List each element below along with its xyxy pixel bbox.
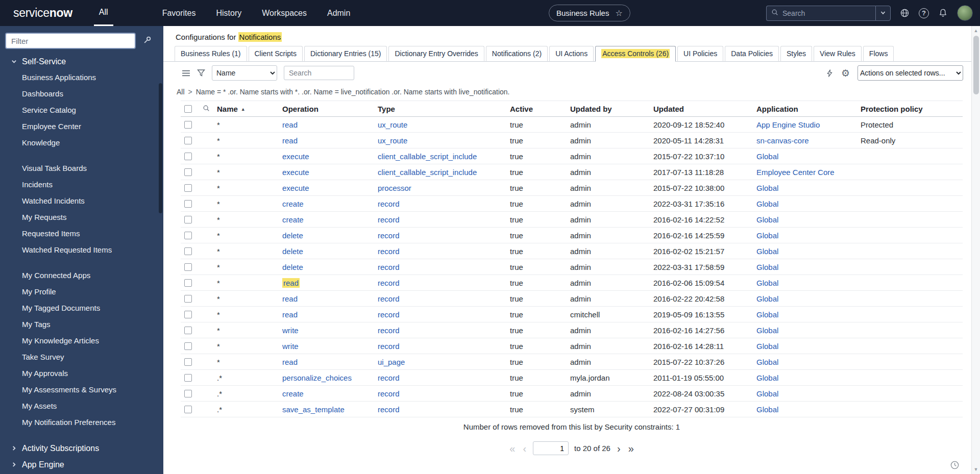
sidebar-item-dashboards[interactable]: Dashboards	[0, 86, 163, 102]
sidebar-item-my-approvals[interactable]: My Approvals	[0, 365, 163, 382]
sidebar-item-watched-incidents[interactable]: Watched Incidents	[0, 193, 163, 209]
nav-admin[interactable]: Admin	[327, 9, 350, 18]
servicenow-logo[interactable]: servicenow	[13, 6, 72, 20]
row-checkbox[interactable]	[184, 295, 192, 303]
tab-ui-actions[interactable]: UI Actions	[549, 46, 594, 62]
application-link[interactable]: Global	[756, 152, 778, 161]
application-link[interactable]: Global	[756, 215, 778, 224]
tab-business-rules-1[interactable]: Business Rules (1)	[175, 46, 247, 62]
sidebar-item-my-connected-apps[interactable]: My Connected Apps	[0, 267, 163, 284]
row-checkbox[interactable]	[184, 247, 192, 255]
operation-link[interactable]: personalize_choices	[282, 373, 352, 382]
context-pill[interactable]: Business Rules ☆	[549, 5, 630, 21]
row-checkbox[interactable]	[184, 279, 192, 287]
sidebar-item-visual-task-boards[interactable]: Visual Task Boards	[0, 160, 163, 177]
sidebar-filter-input[interactable]	[5, 33, 136, 49]
globe-icon[interactable]	[900, 8, 910, 18]
nav-favorites[interactable]: Favorites	[162, 9, 196, 18]
row-checkbox[interactable]	[184, 263, 192, 271]
row-checkbox[interactable]	[184, 184, 192, 192]
operation-link[interactable]: execute	[282, 168, 309, 177]
global-search[interactable]	[766, 6, 875, 21]
search-column-select[interactable]: Name	[212, 65, 277, 81]
application-link[interactable]: Global	[756, 326, 778, 335]
tab-flows[interactable]: Flows	[863, 46, 894, 62]
type-link[interactable]: ux_route	[378, 136, 407, 145]
application-link[interactable]: Global	[756, 247, 778, 256]
next-page-button[interactable]: ›	[616, 443, 622, 454]
application-link[interactable]: Global	[756, 294, 778, 303]
application-link[interactable]: Global	[756, 342, 778, 351]
column-header-protection-policy[interactable]: Protection policy	[861, 101, 963, 117]
sidebar-item-knowledge[interactable]: Knowledge	[0, 135, 163, 151]
tab-dictionary-entries-15[interactable]: Dictionary Entries (15)	[304, 46, 387, 62]
application-link[interactable]: Global	[756, 358, 778, 366]
row-checkbox[interactable]	[184, 374, 192, 382]
tab-ui-policies[interactable]: UI Policies	[677, 46, 723, 62]
column-header-name[interactable]: Name▲	[217, 101, 282, 117]
gear-icon[interactable]: ⚙	[841, 68, 850, 78]
type-link[interactable]: ui_page	[378, 358, 405, 366]
operation-link[interactable]: create	[282, 389, 304, 398]
operation-link[interactable]: create	[282, 215, 304, 224]
type-link[interactable]: client_callable_script_include	[378, 152, 477, 161]
breadcrumb-all[interactable]: All	[177, 88, 185, 96]
operation-link[interactable]: write	[282, 326, 299, 335]
application-link[interactable]: Global	[756, 279, 778, 287]
application-link[interactable]: Global	[756, 199, 778, 208]
type-link[interactable]: record	[378, 310, 400, 319]
sidebar-item-employee-center[interactable]: Employee Center	[0, 118, 163, 135]
application-link[interactable]: Global	[756, 310, 778, 319]
list-menu-icon[interactable]	[182, 69, 190, 78]
row-checkbox[interactable]	[184, 153, 192, 160]
row-checkbox[interactable]	[184, 168, 192, 176]
sidebar-item-incidents[interactable]: Incidents	[0, 177, 163, 193]
sidebar-item-my-assessments-surveys[interactable]: My Assessments & Surveys	[0, 382, 163, 398]
tab-styles[interactable]: Styles	[780, 46, 812, 62]
type-link[interactable]: record	[378, 326, 400, 335]
pin-icon[interactable]	[143, 36, 152, 46]
application-link[interactable]: Employee Center Core	[756, 168, 835, 177]
nav-all-menu[interactable]: All	[94, 0, 113, 26]
type-link[interactable]: record	[378, 294, 400, 303]
operation-link[interactable]: delete	[282, 231, 303, 240]
application-link[interactable]: Global	[756, 373, 778, 382]
row-checkbox[interactable]	[184, 121, 192, 129]
type-link[interactable]: record	[378, 342, 400, 351]
operation-link[interactable]: execute	[282, 152, 309, 161]
sidebar-item-my-requests[interactable]: My Requests	[0, 209, 163, 226]
sidebar-section-activity-subscriptions[interactable]: Activity Subscriptions	[0, 440, 163, 457]
tab-dictionary-entry-overrides[interactable]: Dictionary Entry Overrides	[388, 46, 484, 62]
select-all-checkbox[interactable]	[184, 105, 192, 113]
type-link[interactable]: record	[378, 215, 400, 224]
column-header-operation[interactable]: Operation	[282, 101, 378, 117]
row-checkbox[interactable]	[184, 200, 192, 208]
row-checkbox[interactable]	[184, 327, 192, 334]
first-page-button[interactable]: «	[508, 443, 516, 454]
actions-on-selected-rows-select[interactable]: Actions on selected rows...	[857, 65, 963, 81]
operation-link[interactable]: read	[282, 310, 298, 319]
operation-link[interactable]: read	[282, 120, 298, 129]
operation-link[interactable]: read	[282, 358, 298, 366]
user-avatar[interactable]	[957, 5, 973, 21]
type-link[interactable]: client_callable_script_include	[378, 168, 477, 177]
type-link[interactable]: record	[378, 263, 400, 271]
tab-notifications-2[interactable]: Notifications (2)	[486, 46, 548, 62]
row-checkbox[interactable]	[184, 390, 192, 397]
row-checkbox[interactable]	[184, 137, 192, 144]
type-link[interactable]: record	[378, 247, 400, 256]
application-link[interactable]: Global	[756, 263, 778, 271]
sidebar-scrollbar-thumb[interactable]	[159, 83, 162, 213]
nav-history[interactable]: History	[216, 9, 241, 18]
sidebar-item-business-applications[interactable]: Business Applications	[0, 69, 163, 86]
breadcrumb-query[interactable]: Name = * .or. Name starts with *. .or. N…	[196, 88, 510, 96]
type-link[interactable]: ux_route	[378, 120, 407, 129]
scrollbar-up-arrow[interactable]: ▲	[972, 27, 980, 35]
column-header-application[interactable]: Application	[756, 101, 861, 117]
notifications-bell-icon[interactable]	[938, 8, 948, 18]
operation-link[interactable]: save_as_template	[282, 405, 345, 414]
tab-client-scripts[interactable]: Client Scripts	[249, 46, 303, 62]
application-link[interactable]: Global	[756, 184, 778, 192]
operation-link[interactable]: create	[282, 199, 304, 208]
operation-link[interactable]: delete	[282, 263, 303, 271]
